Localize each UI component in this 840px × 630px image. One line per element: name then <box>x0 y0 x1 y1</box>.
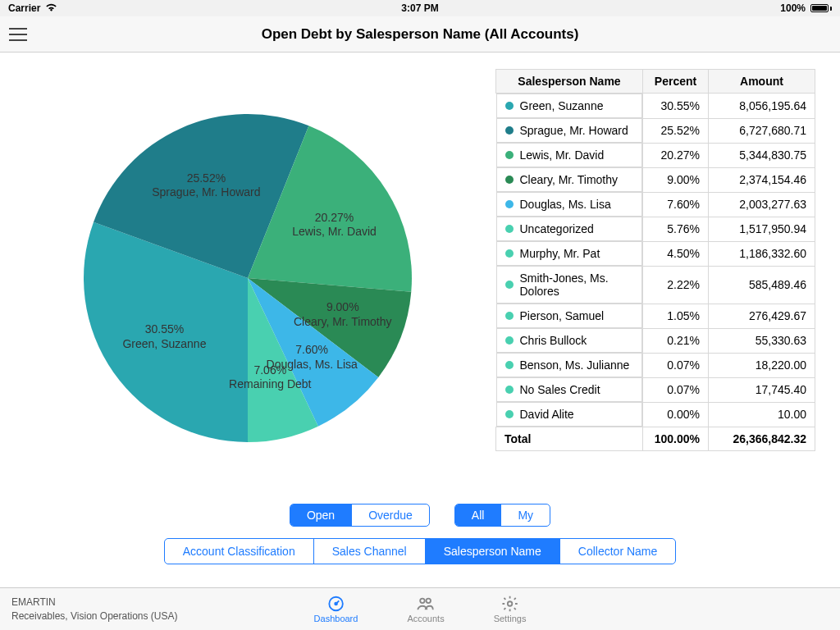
row-amount: 585,489.46 <box>709 266 815 304</box>
color-dot <box>505 102 514 110</box>
pie-label: 9.00%Cleary, Mr. Timothy <box>294 300 392 329</box>
row-name: Benson, Ms. Julianne <box>520 358 630 372</box>
pie-label: 20.27%Lewis, Mr. David <box>292 210 377 239</box>
seg-scope-opt-all[interactable]: All <box>455 504 502 526</box>
tab-accounts[interactable]: Accounts <box>407 595 444 623</box>
row-amount: 6,727,680.71 <box>709 118 815 143</box>
row-name: Uncategorized <box>520 222 594 235</box>
row-name: David Alite <box>520 408 574 421</box>
seg-scope-opt-my[interactable]: My <box>501 504 550 526</box>
nav-header: Open Debt by Salesperson Name (All Accou… <box>0 16 840 52</box>
seg-scope[interactable]: AllMy <box>454 504 550 527</box>
row-percent: 0.00% <box>643 402 709 427</box>
row-amount: 2,374,154.46 <box>709 167 815 192</box>
seg-status[interactable]: OpenOverdue <box>290 504 430 527</box>
row-percent: 4.50% <box>643 241 709 266</box>
row-amount: 276,429.67 <box>709 304 815 328</box>
battery-percent: 100% <box>780 2 806 14</box>
total-label: Total <box>496 427 643 451</box>
row-percent: 9.00% <box>643 167 709 192</box>
row-name: Sprague, Mr. Howard <box>520 124 628 137</box>
tab-settings[interactable]: Settings <box>494 595 527 623</box>
seg-dim-opt-account-classification[interactable]: Account Classification <box>165 539 314 564</box>
row-percent: 25.52% <box>643 118 709 143</box>
seg-dim-opt-collector-name[interactable]: Collector Name <box>560 539 675 564</box>
table-row[interactable]: Cleary, Mr. Timothy9.00%2,374,154.46 <box>496 167 815 192</box>
color-dot <box>505 225 514 233</box>
col-amount: Amount <box>709 70 815 94</box>
row-amount: 18,220.00 <box>709 353 815 377</box>
color-dot <box>505 200 514 208</box>
row-percent: 5.76% <box>643 217 709 241</box>
total-percent: 100.00% <box>643 427 709 451</box>
wifi-icon <box>45 2 57 14</box>
table-row[interactable]: Pierson, Samuel1.05%276,429.67 <box>496 304 815 328</box>
table-row[interactable]: Green, Suzanne30.55%8,056,195.64 <box>496 94 815 119</box>
row-name: Lewis, Mr. David <box>520 148 605 162</box>
tab-dashboard[interactable]: Dashboard <box>314 595 358 623</box>
row-name: Smith-Jones, Ms. Dolores <box>520 272 634 298</box>
pie-label: 30.55%Green, Suzanne <box>122 322 206 351</box>
row-amount: 55,330.63 <box>709 328 815 353</box>
table-row[interactable]: Lewis, Mr. David20.27%5,344,830.75 <box>496 143 815 167</box>
table-row[interactable]: Benson, Ms. Julianne0.07%18,220.00 <box>496 353 815 377</box>
seg-status-opt-open[interactable]: Open <box>290 504 352 526</box>
color-dot <box>505 281 514 289</box>
seg-dim-opt-sales-channel[interactable]: Sales Channel <box>314 539 426 564</box>
row-amount: 17,745.40 <box>709 377 815 402</box>
row-percent: 0.07% <box>643 377 709 402</box>
carrier-label: Carrier <box>8 2 40 14</box>
user-org: Receivables, Vision Operations (USA) <box>11 609 178 623</box>
row-name: Douglas, Ms. Lisa <box>520 198 611 211</box>
row-name: Cleary, Mr. Timothy <box>520 173 619 186</box>
tab-label: Accounts <box>407 614 444 623</box>
row-percent: 1.05% <box>643 304 709 328</box>
pie-label: 7.06%Remaining Debt <box>229 363 311 391</box>
color-dot <box>505 176 514 184</box>
row-name: Pierson, Samuel <box>520 309 605 322</box>
user-name: EMARTIN <box>11 596 178 609</box>
svg-point-3 <box>427 599 431 604</box>
menu-button[interactable] <box>0 16 36 52</box>
row-name: No Sales Credit <box>520 383 600 396</box>
table-row[interactable]: No Sales Credit0.07%17,745.40 <box>496 377 815 402</box>
user-info: EMARTIN Receivables, Vision Operations (… <box>0 596 178 622</box>
data-table: Salesperson Name Percent Amount Green, S… <box>495 69 815 487</box>
row-amount: 8,056,195.64 <box>709 94 815 119</box>
col-percent: Percent <box>643 70 709 94</box>
row-amount: 2,003,277.63 <box>709 192 815 217</box>
row-percent: 20.27% <box>643 143 709 167</box>
page-title: Open Debt by Salesperson Name (All Accou… <box>262 26 579 43</box>
battery-icon <box>810 4 832 12</box>
row-name: Murphy, Mr. Pat <box>520 247 600 260</box>
row-percent: 30.55% <box>643 94 709 119</box>
row-percent: 0.07% <box>643 353 709 377</box>
row-amount: 5,344,830.75 <box>709 143 815 167</box>
total-amount: 26,366,842.32 <box>709 427 815 451</box>
tab-label: Dashboard <box>314 614 358 623</box>
table-row[interactable]: Uncategorized5.76%1,517,950.94 <box>496 217 815 241</box>
footer: EMARTIN Receivables, Vision Operations (… <box>0 587 840 630</box>
table-row[interactable]: Douglas, Ms. Lisa7.60%2,003,277.63 <box>496 192 815 217</box>
table-row[interactable]: Murphy, Mr. Pat4.50%1,186,332.60 <box>496 241 815 266</box>
seg-status-opt-overdue[interactable]: Overdue <box>352 504 429 526</box>
svg-point-2 <box>421 599 426 604</box>
color-dot <box>505 410 514 418</box>
color-dot <box>505 249 514 258</box>
row-percent: 0.21% <box>643 328 709 353</box>
table-row[interactable]: David Alite0.00%10.00 <box>496 402 815 427</box>
table-row[interactable]: Chris Bullock0.21%55,330.63 <box>496 328 815 353</box>
table-row[interactable]: Smith-Jones, Ms. Dolores2.22%585,489.46 <box>496 266 815 304</box>
svg-point-4 <box>508 601 513 606</box>
row-percent: 7.60% <box>643 192 709 217</box>
color-dot <box>505 126 514 135</box>
svg-point-1 <box>335 603 337 605</box>
row-percent: 2.22% <box>643 266 709 304</box>
pie-chart: 30.55%Green, Suzanne25.52%Sprague, Mr. H… <box>25 69 471 487</box>
color-dot <box>505 386 514 394</box>
pie-label: 25.52%Sprague, Mr. Howard <box>152 171 260 199</box>
color-dot <box>505 336 514 345</box>
seg-dimension[interactable]: Account ClassificationSales ChannelSales… <box>164 538 677 564</box>
table-row[interactable]: Sprague, Mr. Howard25.52%6,727,680.71 <box>496 118 815 143</box>
seg-dim-opt-salesperson-name[interactable]: Salesperson Name <box>426 539 560 564</box>
